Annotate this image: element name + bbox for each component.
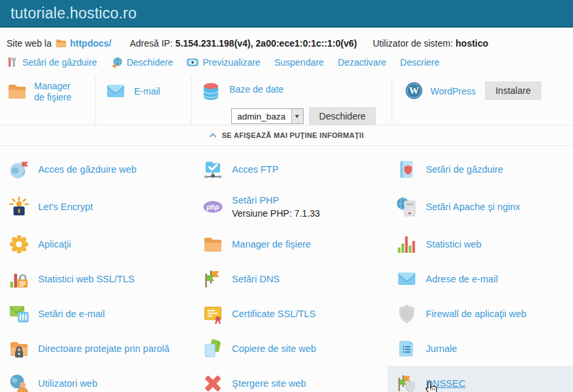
folder-icon (202, 234, 223, 255)
file-manager-link[interactable]: Manager de fişiere (232, 239, 311, 250)
web-hosting-access-link[interactable]: Acces de găzduire web (38, 164, 137, 175)
ftp-folder-icon (202, 159, 223, 180)
suspend-link[interactable]: Suspendare (274, 57, 324, 68)
wordpress-icon (404, 81, 424, 100)
ssl-certificates-link[interactable]: Certificate SSL/TLS (232, 309, 315, 319)
action-label: Previzualizare (202, 57, 260, 68)
bar-chart-icon (396, 234, 417, 255)
preview-link[interactable]: Previzualizare (187, 56, 260, 68)
database-select-value: admin_baza (232, 112, 291, 121)
grid-item-ftp-access: Acces FTP (194, 152, 388, 186)
action-label: Dezactivare (338, 57, 386, 68)
grid-item-web-statistics-ssl: Statistici web SSL/TLS (0, 261, 194, 296)
window-titlebar: tutoriale.hostico.ro (0, 0, 573, 28)
grid-item-file-manager: Manager de fişiere (194, 227, 388, 261)
site-actions-bar: Setări de găzduire Deschidere Previzuali… (0, 50, 573, 76)
journal-icon (396, 338, 417, 359)
system-user-label: Utilizator de sistem: (373, 38, 453, 49)
grid-item-hosting-settings: Setări de găzduire (388, 152, 573, 186)
delete-website-link[interactable]: Ştergere site web (232, 378, 306, 389)
database-icon (200, 81, 221, 102)
databases-link[interactable]: Baze de date (229, 84, 284, 95)
open-database-button[interactable]: Deschidere (309, 107, 377, 125)
shortcut-cards: Manager de fişiere E-mail Baze de date a… (0, 76, 573, 125)
chevron-up-icon (209, 131, 217, 139)
php-settings-link[interactable]: Setări PHP (232, 195, 320, 206)
website-copying-link[interactable]: Copiere de site web (232, 343, 316, 354)
folder-lock-icon (9, 338, 30, 359)
delete-x-icon (202, 373, 223, 392)
flags-shield-icon (396, 373, 417, 392)
envelope-icon (105, 81, 126, 102)
eye-icon (187, 56, 198, 68)
show-less-label: SE AFIŞEAZĂ MAI PUŢINE INFORMAŢII (221, 131, 363, 139)
card-databases: Baze de date admin_baza Deschidere (192, 76, 392, 125)
card-wordpress: WordPress Instalare (392, 76, 573, 125)
ftp-access-link[interactable]: Acces FTP (232, 164, 279, 175)
web-users-link[interactable]: Utilizatori web (38, 378, 97, 389)
globe-user-icon (9, 373, 30, 392)
grid-item-applications: Aplicaţii (0, 227, 194, 261)
open-site-link[interactable]: Deschidere (111, 56, 173, 68)
grid-item-php-settings: Setări PHP Versiune PHP: 7.1.33 (194, 186, 388, 227)
wordpress-link[interactable]: WordPress (430, 86, 476, 97)
file-manager-label-line2: de fişiere (34, 92, 72, 103)
flags-icon (202, 269, 223, 290)
web-statistics-link[interactable]: Statistici web (426, 239, 482, 250)
grid-item-lets-encrypt: Let's Encrypt (0, 186, 194, 227)
description-link[interactable]: Descriere (400, 57, 440, 68)
domain-title: tutoriale.hostico.ro (11, 5, 137, 22)
bar-chart-lock-icon (9, 269, 30, 290)
plesk-panel: tutoriale.hostico.ro Site web la httpdoc… (0, 0, 573, 392)
file-manager-link[interactable]: Manager de fişiere (34, 81, 72, 125)
card-email: E-mail (96, 76, 192, 125)
certificate-icon (202, 303, 223, 324)
httpdocs-link[interactable]: httpdocs/ (70, 38, 111, 49)
grid-item-email-settings: Setări de e-mail (0, 296, 194, 331)
web-app-firewall-link[interactable]: Firewall de aplicaţii web (426, 309, 526, 319)
deactivate-link[interactable]: Dezactivare (338, 57, 386, 68)
globe-flag-icon (9, 159, 30, 180)
chevron-down-icon (295, 115, 299, 118)
apache-nginx-link[interactable]: Setări Apache şi nginx (426, 202, 520, 212)
folder-icon (7, 81, 28, 102)
grid-item-web-statistics: Statistici web (388, 227, 573, 261)
install-wordpress-button[interactable]: Instalare (485, 81, 541, 100)
show-less-toggle[interactable]: SE AFIŞEAZĂ MAI PUŢINE INFORMAŢII (0, 125, 573, 146)
padlock-sun-icon (9, 196, 30, 217)
action-label: Suspendare (274, 57, 324, 68)
ip-value: 5.154.231.198(v4), 2a00:ece1:0:1c::1:0(v… (175, 38, 357, 49)
system-user-value: hostico (455, 38, 488, 49)
action-label: Setări de găzduire (22, 57, 97, 68)
grid-item-website-copying: Copiere de site web (194, 331, 388, 366)
hand-pointer-icon (424, 381, 440, 392)
site-web-label: Site web la (7, 38, 51, 49)
copy-pages-icon (202, 338, 223, 359)
select-dropdown-arrow[interactable] (291, 109, 303, 123)
email-addresses-link[interactable]: Adrese de e-mail (426, 274, 498, 284)
feature-grid: Acces de găzduire web Acces FTP Setări d… (0, 146, 573, 392)
card-file-manager: Manager de fişiere (0, 76, 96, 125)
logs-link[interactable]: Jurnale (426, 343, 457, 354)
grid-item-web-app-firewall: Firewall de aplicaţii web (388, 296, 573, 331)
email-link[interactable]: E-mail (134, 86, 160, 97)
dns-settings-link[interactable]: Setări DNS (232, 274, 280, 284)
grid-item-ssl-certificates: Certificate SSL/TLS (194, 296, 388, 331)
web-statistics-ssl-link[interactable]: Statistici web SSL/TLS (38, 274, 135, 284)
folder-icon (55, 37, 67, 49)
globe-arrow-icon (111, 56, 123, 68)
grid-item-dns-settings: Setări DNS (194, 261, 388, 296)
grid-item-email-addresses: Adrese de e-mail (388, 261, 573, 296)
grid-item-apache-nginx: Setări Apache şi nginx (388, 186, 573, 227)
globe-server-icon (396, 196, 417, 217)
lets-encrypt-link[interactable]: Let's Encrypt (38, 202, 93, 212)
hosting-settings-link[interactable]: Setări de găzduire (7, 56, 97, 68)
grid-item-web-hosting-access: Acces de găzduire web (0, 152, 194, 186)
ip-label: Adresă IP: (129, 38, 172, 49)
database-select[interactable]: admin_baza (231, 108, 304, 124)
applications-link[interactable]: Aplicaţii (38, 239, 71, 250)
protected-directories-link[interactable]: Directoare protejate prin parolă (38, 343, 170, 354)
action-label: Descriere (400, 57, 440, 68)
email-settings-link[interactable]: Setări de e-mail (38, 309, 105, 319)
hosting-settings-link[interactable]: Setări de găzduire (426, 164, 503, 175)
